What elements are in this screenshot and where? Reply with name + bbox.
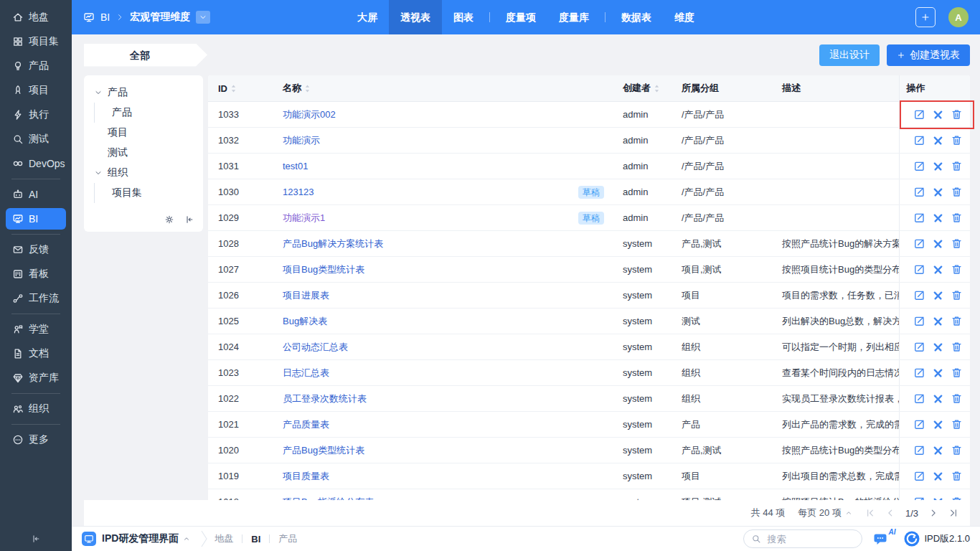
design-icon[interactable] (932, 367, 944, 379)
edit-icon[interactable] (913, 108, 925, 121)
trash-icon[interactable] (951, 134, 963, 146)
sidebar-item-more[interactable]: 更多 (6, 429, 66, 451)
pivot-name-link[interactable]: 日志汇总表 (283, 367, 329, 380)
trash-icon[interactable] (951, 470, 963, 482)
pivot-name-link[interactable]: 项目Bug类型统计表 (283, 263, 364, 276)
pivot-name-link[interactable]: 产品Bug解决方案统计表 (283, 237, 383, 250)
tree-item-program[interactable]: 项目集 (84, 183, 203, 203)
trash-icon[interactable] (951, 237, 963, 250)
last-page-icon[interactable] (948, 508, 958, 518)
column-header-0[interactable]: ID (208, 75, 273, 102)
design-icon[interactable] (932, 444, 944, 456)
tab-dataset[interactable]: 数据表 (610, 0, 663, 34)
trash-icon[interactable] (951, 263, 963, 276)
sidebar-item-asset[interactable]: 资产库 (6, 367, 66, 389)
tree-item-product-child[interactable]: 产品 (84, 103, 203, 123)
design-icon[interactable] (932, 186, 944, 198)
breadcrumb-root[interactable]: BI (100, 11, 110, 23)
prev-page-icon[interactable] (885, 508, 895, 518)
sort-icon[interactable] (230, 84, 237, 93)
sort-icon[interactable] (654, 84, 660, 93)
tab-pivot[interactable]: 透视表 (389, 0, 442, 34)
sidebar-item-program[interactable]: 项目集 (6, 31, 66, 52)
trash-icon[interactable] (951, 444, 963, 456)
dimension-dropdown-button[interactable] (196, 11, 210, 24)
sidebar-item-execution[interactable]: 执行 (6, 104, 66, 126)
column-header-2[interactable]: 创建者 (613, 75, 672, 102)
trash-icon[interactable] (951, 160, 963, 172)
trash-icon[interactable] (951, 289, 963, 301)
design-icon[interactable] (932, 392, 944, 405)
edit-icon[interactable] (913, 392, 925, 405)
tree-item-project[interactable]: 项目 (84, 123, 203, 143)
trash-icon[interactable] (951, 212, 963, 224)
pivot-name-link[interactable]: 项目质量表 (283, 470, 329, 483)
design-icon[interactable] (932, 134, 944, 146)
sidebar-item-qa[interactable]: 测试 (6, 128, 66, 150)
page-size-select[interactable]: 每页 20 项 (798, 507, 852, 519)
collapse-panel-icon[interactable] (184, 215, 194, 225)
chevron-down-icon[interactable] (94, 88, 103, 97)
bottom-crumb-home[interactable]: 地盘 (215, 532, 233, 545)
tree-item-qa[interactable]: 测试 (84, 143, 203, 163)
app-title[interactable]: IPD研发管理界面 (102, 532, 179, 545)
exit-design-button[interactable]: 退出设计 (819, 44, 880, 66)
edit-icon[interactable] (913, 418, 925, 430)
pivot-name-link[interactable]: 公司动态汇总表 (283, 341, 348, 354)
trash-icon[interactable] (951, 315, 963, 327)
sidebar-item-org[interactable]: 组织 (6, 398, 66, 420)
zentao-logo-icon[interactable] (904, 531, 920, 547)
create-pivot-button[interactable]: 创建透视表 (887, 44, 970, 66)
sidebar-item-devops[interactable]: DevOps (6, 153, 66, 174)
edit-icon[interactable] (913, 367, 925, 379)
tab-chart[interactable]: 图表 (442, 0, 485, 34)
tree-item-org[interactable]: 组织 (84, 163, 203, 183)
tab-dimension[interactable]: 维度 (663, 0, 706, 34)
sort-icon[interactable] (304, 84, 311, 93)
sidebar-item-product[interactable]: 产品 (6, 55, 66, 77)
edit-icon[interactable] (913, 289, 925, 301)
design-icon[interactable] (932, 289, 944, 301)
tab-dashboard[interactable]: 大屏 (346, 0, 389, 34)
edit-icon[interactable] (913, 186, 925, 198)
first-page-icon[interactable] (865, 508, 875, 518)
pivot-name-link[interactable]: 产品质量表 (283, 418, 329, 431)
sidebar-item-doc[interactable]: 文档 (6, 343, 66, 364)
sidebar-item-kanban[interactable]: 看板 (6, 263, 66, 285)
chevron-down-icon[interactable] (94, 169, 103, 177)
trash-icon[interactable] (951, 418, 963, 430)
design-icon[interactable] (932, 470, 944, 482)
design-icon[interactable] (932, 263, 944, 276)
pivot-name-link[interactable]: 功能演示1 (283, 212, 325, 225)
pivot-name-link[interactable]: 项目进展表 (283, 289, 329, 302)
edit-icon[interactable] (913, 263, 925, 276)
column-header-1[interactable]: 名称 (273, 75, 613, 102)
design-icon[interactable] (932, 160, 944, 172)
sidebar-item-feedback[interactable]: 反馈 (6, 239, 66, 260)
next-page-icon[interactable] (928, 508, 938, 518)
edit-icon[interactable] (913, 470, 925, 482)
tab-metric-lib[interactable]: 度量库 (547, 0, 600, 34)
ai-assistant-button[interactable]: AI (874, 531, 892, 547)
gear-icon[interactable] (164, 215, 174, 225)
sidebar-item-workflow[interactable]: 工作流 (6, 288, 66, 309)
filter-tab-all[interactable]: 全部 (84, 44, 207, 67)
pivot-name-link[interactable]: 123123 (283, 187, 314, 197)
edit-icon[interactable] (913, 315, 925, 327)
pivot-name-link[interactable]: test01 (283, 161, 308, 171)
edit-icon[interactable] (913, 134, 925, 146)
breadcrumb-current[interactable]: 宏观管理维度 (130, 11, 190, 24)
avatar[interactable]: A (948, 7, 969, 27)
sidebar-item-ai[interactable]: AI (6, 184, 66, 205)
edit-icon[interactable] (913, 341, 925, 353)
pivot-name-link[interactable]: Bug解决表 (283, 315, 327, 328)
trash-icon[interactable] (951, 392, 963, 405)
search-input[interactable] (765, 533, 847, 545)
bottom-crumb-product[interactable]: 产品 (278, 532, 297, 545)
edit-icon[interactable] (913, 444, 925, 456)
sidebar-item-school[interactable]: 学堂 (6, 319, 66, 340)
edit-icon[interactable] (913, 160, 925, 172)
design-icon[interactable] (932, 237, 944, 250)
pivot-name-link[interactable]: 员工登录次数统计表 (283, 392, 367, 405)
design-icon[interactable] (932, 315, 944, 327)
